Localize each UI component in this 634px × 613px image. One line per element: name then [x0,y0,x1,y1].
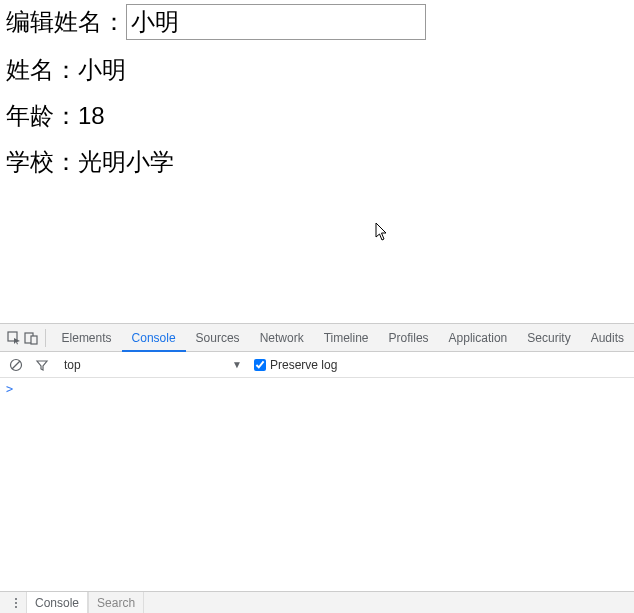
console-toolbar: top ▼ Preserve log [0,352,634,378]
tab-console[interactable]: Console [122,324,186,352]
age-label: 年龄： [6,102,78,129]
drawer-menu-icon[interactable] [6,597,26,609]
school-label: 学校： [6,148,78,175]
chevron-down-icon: ▼ [232,359,242,370]
tab-elements[interactable]: Elements [52,324,122,352]
preserve-log-label: Preserve log [270,358,337,372]
filter-icon[interactable] [32,355,52,375]
edit-name-row: 编辑姓名： [6,4,628,40]
school-row: 学校：光明小学 [6,146,628,178]
svg-point-7 [15,606,17,608]
console-body[interactable]: > [0,378,634,400]
edit-name-label: 编辑姓名： [6,6,126,38]
context-label: top [64,358,81,372]
tab-sources[interactable]: Sources [186,324,250,352]
devtools-panel: Elements Console Sources Network Timelin… [0,323,634,613]
console-prompt-caret: > [6,382,13,396]
preserve-log-wrap[interactable]: Preserve log [254,358,337,372]
svg-point-5 [15,598,17,600]
name-row: 姓名：小明 [6,54,628,86]
tab-divider [45,329,46,347]
age-row: 年龄：18 [6,100,628,132]
school-value: 光明小学 [78,148,174,175]
footer-tab-search[interactable]: Search [88,592,144,614]
tab-timeline[interactable]: Timeline [314,324,379,352]
device-toggle-icon[interactable] [22,324,38,352]
age-value: 18 [78,102,105,129]
svg-rect-2 [31,336,37,344]
tab-audits[interactable]: Audits [581,324,634,352]
inspect-icon[interactable] [6,324,22,352]
cursor-icon [375,222,389,242]
name-input[interactable] [126,4,426,40]
page-content: 编辑姓名： 姓名：小明 年龄：18 学校：光明小学 [0,0,634,196]
devtools-footer: Console Search [0,591,634,613]
tab-network[interactable]: Network [250,324,314,352]
context-selector[interactable]: top ▼ [58,358,248,372]
clear-console-icon[interactable] [6,355,26,375]
tab-application[interactable]: Application [439,324,518,352]
devtools-tabbar: Elements Console Sources Network Timelin… [0,324,634,352]
tab-security[interactable]: Security [517,324,580,352]
footer-tab-console[interactable]: Console [26,592,88,614]
tab-profiles[interactable]: Profiles [379,324,439,352]
name-value: 小明 [78,56,126,83]
name-label: 姓名： [6,56,78,83]
svg-line-4 [12,361,20,369]
svg-point-6 [15,602,17,604]
preserve-log-checkbox[interactable] [254,359,266,371]
